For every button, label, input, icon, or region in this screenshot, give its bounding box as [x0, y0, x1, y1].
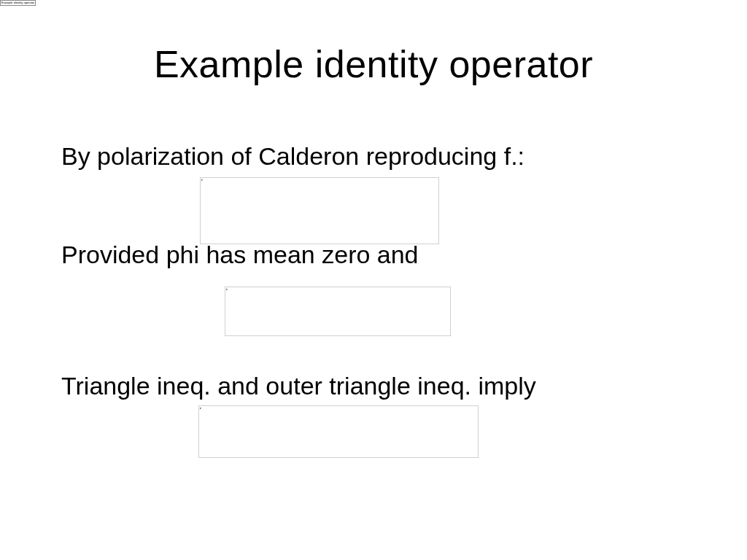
placeholder-corner-icon: ◤ [226, 288, 228, 291]
placeholder-corner-icon: ◤ [201, 179, 203, 182]
body-line-3: Triangle ineq. and outer triangle ineq. … [61, 372, 689, 400]
body-line-1: By polarization of Calderon reproducing … [61, 142, 689, 171]
equation-placeholder-2: ◤ [225, 287, 451, 336]
slide-title: Example identity operator [0, 42, 747, 86]
slide-area: Example identity operator By polarizatio… [0, 0, 747, 560]
equation-placeholder-1: ◤ [200, 177, 439, 244]
body-line-2: Provided phi has mean zero and [61, 241, 689, 269]
equation-placeholder-3: ◤ [198, 405, 479, 458]
placeholder-corner-icon: ◤ [200, 407, 201, 410]
